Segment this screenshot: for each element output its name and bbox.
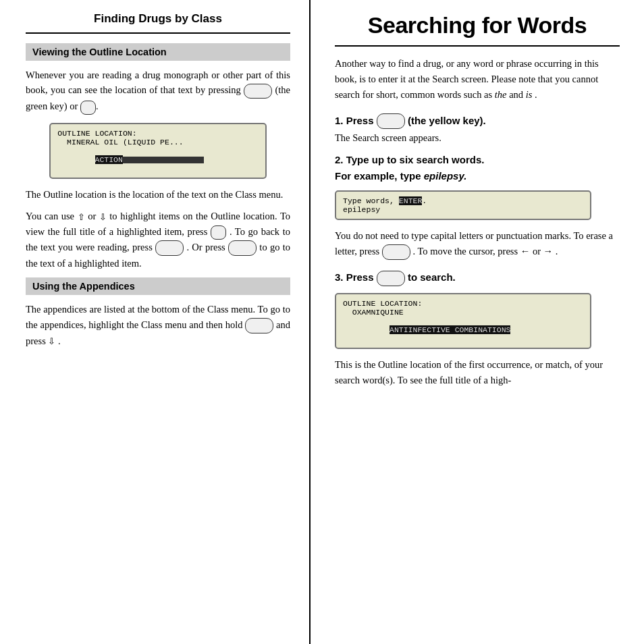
down-arrow-2: ⇩ [48, 335, 55, 348]
section1-header: Viewing the Outline Location [26, 43, 290, 61]
section2-para1: The appendices are listed at the bottom … [26, 302, 290, 348]
step1-sub: The Search screen appears. [335, 130, 620, 145]
lcd3-line3: ANTIINFECTIVE COMBINATIONS [343, 317, 583, 343]
lcd-screen-2: Type words, ENTER. epilepsy [335, 190, 591, 220]
down-arrow: ⇩ [99, 211, 107, 224]
lcd1-line2: MINERAL OIL (LIQUID PE... [57, 138, 258, 146]
hold-key [245, 318, 273, 333]
up-arrow: ⇧ [78, 211, 85, 224]
lcd3-line2: OXAMNIQUINE [343, 308, 583, 317]
left-column: Finding Drugs by Class Viewing the Outli… [0, 0, 311, 644]
step3-label: 3. Press to search. [335, 269, 620, 286]
lcd1-line1: OUTLINE LOCATION: [57, 129, 258, 138]
step2-section: 2. Type up to six search words.For examp… [335, 152, 620, 260]
step3-section: 3. Press to search. OUTLINE LOCATION: OX… [335, 269, 620, 388]
step2-para: You do not need to type capital letters … [335, 228, 620, 260]
section2-header: Using the Appendices [26, 277, 290, 295]
small-key-button [80, 101, 96, 115]
right-divider [335, 45, 620, 47]
lcd-screen-1: OUTLINE LOCATION: MINERAL OIL (LIQUID PE… [49, 123, 266, 179]
lcd2-line1: Type words, ENTER. [343, 196, 583, 205]
lcd3-line1: OUTLINE LOCATION: [343, 299, 583, 308]
lcd2-line2: epilepsy [343, 205, 583, 214]
page-container: Finding Drugs by Class Viewing the Outli… [0, 0, 644, 644]
view-key [211, 225, 226, 240]
step1-label: 1. Press (the yellow key). [335, 113, 620, 129]
section1-para1: Whenever you are reading a drug monograp… [26, 68, 290, 115]
search-key [377, 271, 405, 286]
erase-key [382, 244, 410, 260]
yellow-key [377, 113, 405, 129]
section1-para3: You can use ⇧ or ⇩ to highlight items on… [26, 209, 290, 271]
lcd-screen-3: OUTLINE LOCATION: OXAMNIQUINE ANTIINFECT… [335, 293, 591, 349]
right-intro: Another way to find a drug, or any word … [335, 56, 620, 103]
right-title: Searching for Words [335, 12, 620, 38]
goto-key [228, 240, 257, 256]
left-divider [26, 32, 290, 34]
right-column: Searching for Words Another way to find … [311, 0, 644, 644]
section1-para2: The Outline location is the location of … [26, 187, 290, 202]
lcd1-line3: ACTION [57, 146, 258, 173]
back-key [155, 240, 184, 256]
green-key-button [244, 84, 272, 99]
step2-label: 2. Type up to six search words.For examp… [335, 152, 620, 184]
step1-section: 1. Press (the yellow key). The Search sc… [335, 113, 620, 146]
step3-para: This is the Outline location of the firs… [335, 357, 620, 388]
left-title: Finding Drugs by Class [26, 12, 290, 26]
